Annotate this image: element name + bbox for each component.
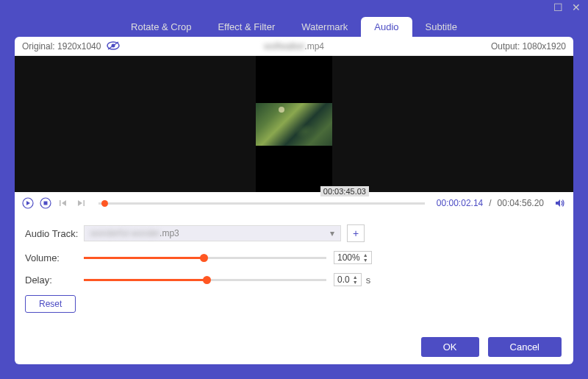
tab-subtitle[interactable]: Subtitle	[412, 17, 470, 37]
svg-rect-9	[84, 200, 85, 206]
prev-frame-icon[interactable]	[57, 197, 69, 209]
maximize-icon[interactable]: ☐	[553, 1, 563, 13]
titlebar: ☐ ✕	[0, 0, 588, 15]
volume-label: Volume:	[25, 252, 84, 263]
cancel-button[interactable]: Cancel	[488, 337, 562, 357]
tab-effect-filter[interactable]: Effect & Filter	[204, 17, 288, 37]
preview-toggle-icon[interactable]	[107, 40, 120, 52]
audio-settings: Audio Track: wonderful wonder.mp3 ▾ + Vo…	[15, 214, 573, 317]
time-total: 00:04:56.20	[498, 198, 544, 208]
time-separator: /	[489, 198, 491, 208]
tab-watermark[interactable]: Watermark	[288, 17, 361, 37]
video-frame	[256, 56, 332, 192]
tab-audio[interactable]: Audio	[361, 17, 412, 37]
next-frame-icon[interactable]	[75, 197, 87, 209]
original-resolution: Original: 1920x1040	[22, 41, 101, 52]
close-icon[interactable]: ✕	[572, 1, 581, 13]
tab-rotate-crop[interactable]: Rotate & Crop	[118, 17, 204, 37]
time-current: 00:00:02.14	[437, 198, 483, 208]
delay-up-icon[interactable]: ▲	[353, 274, 358, 280]
delay-spinbox[interactable]: 0.0 ▲▼	[334, 273, 362, 286]
delay-down-icon[interactable]: ▼	[353, 280, 358, 285]
filename-label: wolfwalker.mp4	[264, 41, 324, 52]
video-preview	[15, 56, 573, 192]
delay-label: Delay:	[25, 274, 84, 286]
footer: OK Cancel	[15, 329, 573, 364]
volume-icon[interactable]	[554, 197, 566, 209]
play-icon[interactable]	[22, 197, 34, 209]
audio-track-label: Audio Track:	[25, 228, 84, 239]
reset-button[interactable]: Reset	[25, 295, 76, 313]
audio-track-select[interactable]: wonderful wonder.mp3 ▾	[84, 225, 341, 241]
video-thumbnail	[256, 103, 332, 146]
add-audio-button[interactable]: +	[347, 224, 365, 242]
delay-slider[interactable]	[84, 279, 326, 281]
volume-up-icon[interactable]: ▲	[363, 252, 368, 258]
stop-icon[interactable]	[40, 197, 51, 209]
info-bar: Original: 1920x1040 wolfwalker.mp4 Outpu…	[15, 37, 573, 56]
delay-unit: s	[366, 274, 371, 286]
volume-spinbox[interactable]: 100% ▲▼	[334, 251, 372, 264]
svg-marker-8	[62, 200, 66, 206]
tab-bar: Rotate & Crop Effect & Filter Watermark …	[0, 15, 588, 37]
output-resolution: Output: 1080x1920	[491, 41, 573, 52]
chevron-down-icon: ▾	[330, 228, 334, 238]
ok-button[interactable]: OK	[421, 337, 479, 357]
svg-marker-10	[78, 200, 82, 206]
playback-controls: 00:03:45.03 00:00:02.14/00:04:56.20	[15, 192, 573, 214]
progress-slider[interactable]: 00:03:45.03	[98, 202, 425, 205]
main-panel: Original: 1920x1040 wolfwalker.mp4 Outpu…	[15, 37, 573, 364]
svg-marker-11	[556, 199, 560, 207]
volume-slider[interactable]	[84, 257, 326, 259]
volume-knob[interactable]	[200, 254, 208, 262]
svg-marker-4	[26, 201, 30, 205]
progress-knob[interactable]	[101, 200, 108, 207]
progress-marker: 00:03:45.03	[320, 186, 369, 196]
svg-rect-7	[60, 200, 61, 206]
svg-rect-6	[44, 202, 48, 205]
volume-down-icon[interactable]: ▼	[363, 258, 368, 263]
delay-knob[interactable]	[203, 276, 211, 284]
